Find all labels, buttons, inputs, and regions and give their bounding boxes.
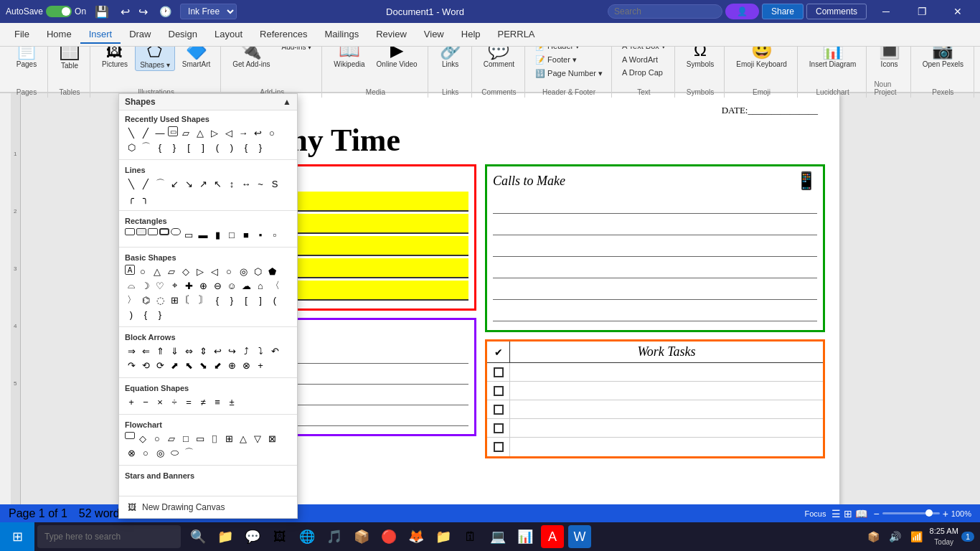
speaker-icon[interactable]: 🔊	[885, 527, 905, 547]
work-text-2[interactable]	[510, 382, 823, 400]
minimize-button[interactable]: ─	[870, 0, 903, 23]
dropbox-icon[interactable]: 📦	[864, 527, 884, 547]
shape-item[interactable]: +	[125, 395, 138, 408]
redo-button[interactable]: ↪	[136, 4, 151, 20]
taskbar-app-store[interactable]: 📦	[350, 525, 373, 548]
shape-item[interactable]: ▪	[254, 228, 267, 241]
shape-item[interactable]: ○	[151, 432, 164, 445]
shape-item[interactable]: △	[151, 265, 164, 278]
autosave-toggle[interactable]	[46, 6, 72, 17]
shape-item[interactable]: }	[254, 141, 267, 154]
work-text-1[interactable]	[510, 363, 823, 381]
shape-item[interactable]: −	[139, 395, 152, 408]
shape-item[interactable]: ⬊	[197, 359, 209, 372]
comments-button[interactable]: Comments	[806, 4, 867, 19]
shape-item[interactable]: =	[182, 395, 195, 408]
shape-item[interactable]: {	[240, 141, 253, 154]
shape-item[interactable]: }	[225, 293, 238, 306]
shape-item[interactable]: ↷	[125, 359, 138, 372]
shape-item[interactable]: ×	[154, 395, 166, 408]
work-text-4[interactable]	[510, 419, 823, 437]
profile-button[interactable]: 👤	[725, 4, 759, 19]
view-btn-1[interactable]: ☰	[831, 508, 841, 519]
shape-item[interactable]: ▱	[165, 432, 178, 445]
wordart-button[interactable]: A WordArt	[619, 54, 669, 65]
search-input[interactable]	[608, 4, 722, 19]
shape-item[interactable]: ▬	[197, 228, 209, 241]
shape-item[interactable]: ⬡	[251, 265, 264, 278]
taskbar-app-media[interactable]: 🎵	[323, 525, 346, 548]
tab-draw[interactable]: Draw	[121, 26, 159, 44]
shape-item[interactable]: ⌒	[182, 446, 195, 459]
shape-item[interactable]: ▷	[208, 126, 221, 139]
close-button[interactable]: ✕	[941, 0, 974, 23]
shape-item[interactable]: {	[154, 141, 166, 154]
calls-line-4[interactable]	[493, 260, 817, 278]
shape-item[interactable]: ○	[139, 446, 152, 459]
focus-label[interactable]: Focus	[805, 509, 826, 518]
view-btn-2[interactable]: ⊞	[844, 508, 852, 519]
shape-item[interactable]: 〙	[197, 293, 209, 306]
taskbar-app-laptop[interactable]: 💻	[486, 525, 509, 548]
shape-item[interactable]: }	[154, 308, 166, 321]
shape-item[interactable]	[159, 228, 169, 235]
shape-item[interactable]: [	[182, 141, 195, 154]
shape-item[interactable]: △	[237, 432, 250, 445]
shape-item[interactable]: ╱	[139, 177, 152, 190]
shape-item[interactable]: ⊞	[168, 293, 181, 306]
shape-item[interactable]: ↖	[211, 177, 224, 190]
shape-item[interactable]: ⌷	[208, 432, 221, 445]
taskbar-app-acrobat[interactable]: A	[541, 525, 564, 548]
zoom-in-button[interactable]: +	[943, 508, 948, 519]
shape-item[interactable]: ⊗	[125, 446, 138, 459]
share-button[interactable]: Share	[762, 4, 804, 19]
calls-line-1[interactable]	[493, 195, 817, 214]
shapes-panel-collapse[interactable]: ▲	[283, 97, 291, 107]
shape-item[interactable]: ≠	[197, 395, 209, 408]
calls-line-3[interactable]	[493, 238, 817, 257]
shape-item[interactable]	[148, 228, 158, 235]
restore-button[interactable]: ❐	[905, 0, 938, 23]
shape-item[interactable]: +	[254, 359, 267, 372]
view-btn-3[interactable]: 📖	[855, 508, 867, 519]
shape-item[interactable]: ↕	[225, 177, 238, 190]
calls-line-2[interactable]	[493, 217, 817, 235]
shape-item[interactable]: (	[211, 141, 224, 154]
shape-item[interactable]: ○	[265, 126, 278, 139]
shape-item[interactable]: ▭	[194, 432, 207, 445]
shape-item[interactable]: ╮	[139, 192, 152, 204]
shape-item[interactable]: ◁	[208, 265, 221, 278]
shape-item[interactable]: ↙	[168, 177, 181, 190]
shape-item[interactable]: [	[240, 293, 253, 306]
work-checkbox-3[interactable]	[487, 400, 510, 418]
tab-file[interactable]: File	[6, 26, 38, 44]
shape-item[interactable]: ↗	[197, 177, 209, 190]
zoom-percent[interactable]: 100%	[951, 509, 971, 518]
shape-item[interactable]: ╲	[125, 126, 138, 139]
page-number-button[interactable]: 🔢 Page Number ▾	[532, 67, 606, 80]
shape-item[interactable]: ⌓	[125, 279, 138, 292]
calls-line-6[interactable]	[493, 303, 817, 321]
shape-item[interactable]: →	[237, 126, 250, 139]
shape-item[interactable]: )	[125, 308, 138, 321]
shape-item[interactable]: ↔	[240, 177, 253, 190]
taskbar-app-gallery[interactable]: 🖼	[268, 525, 291, 548]
shape-item[interactable]: ○	[136, 265, 149, 278]
shape-item[interactable]: ≡	[211, 395, 224, 408]
shape-item[interactable]	[125, 432, 135, 439]
shape-item[interactable]: ↶	[268, 344, 281, 357]
network-icon[interactable]: 📶	[907, 527, 927, 547]
shape-item[interactable]: (	[268, 293, 281, 306]
shape-item[interactable]: ⊖	[211, 279, 224, 292]
shape-item[interactable]: ⬈	[168, 359, 181, 372]
shape-item[interactable]: ⇕	[197, 344, 209, 357]
history-button[interactable]: 🕐	[156, 4, 174, 19]
shape-item[interactable]: ⊗	[240, 359, 253, 372]
shape-item[interactable]: ⤵	[254, 344, 267, 357]
shape-item[interactable]: ⤴	[240, 344, 253, 357]
shape-item[interactable]: □	[225, 228, 238, 241]
shape-item[interactable]: ⌬	[139, 293, 152, 306]
shape-item[interactable]: ▫	[268, 228, 281, 241]
shape-item[interactable]: ⌒	[139, 141, 152, 154]
shape-item[interactable]: ◁	[222, 126, 235, 139]
